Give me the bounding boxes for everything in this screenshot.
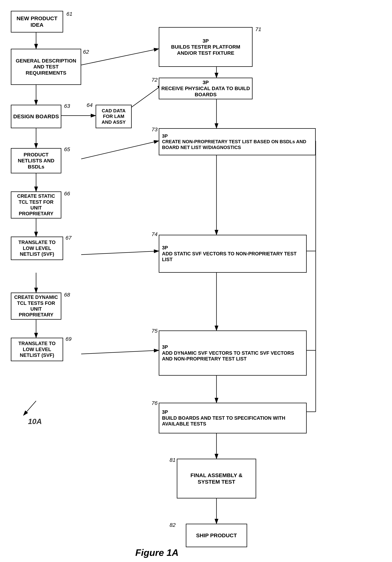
box-design-boards: DESIGN BOARDS <box>11 105 61 128</box>
ref-69: 69 <box>66 336 71 342</box>
box-create-dynamic: CREATE DYNAMIC TCL TESTS FOR UNIT PROPRI… <box>11 293 61 320</box>
svg-line-5 <box>130 85 162 108</box>
ref-62: 62 <box>83 49 89 55</box>
box-translate-low2: TRANSLATE TO LOW LEVEL NETLIST (SVF) <box>11 338 63 361</box>
ref-61: 61 <box>66 11 72 17</box>
box-builds-tester: 3P BUILDS TESTER PLATFORM AND/OR TEST FI… <box>159 27 253 67</box>
box-translate-low1: TRANSLATE TO LOW LEVEL NETLIST (SVF) <box>11 237 63 260</box>
ref-64: 64 <box>87 102 92 108</box>
box-receive-physical: 3P RECEIVE PHYSICAL DATA TO BUILD BOARDS <box>159 78 253 99</box>
ref-82: 82 <box>169 522 176 528</box>
svg-line-13 <box>81 350 159 354</box>
box-general-desc: GENERAL DESCRIPTION AND TEST REQUIREMENT… <box>11 49 81 85</box>
box-new-product: NEW PRODUCT IDEA <box>11 11 63 33</box>
ref-63: 63 <box>64 103 70 109</box>
box-product-netlists: PRODUCT NETLISTS AND BSDLs <box>11 148 61 173</box>
ref-68: 68 <box>64 292 70 298</box>
ref-66: 66 <box>64 190 70 197</box>
ref-76: 76 <box>152 400 157 406</box>
svg-line-3 <box>81 49 159 65</box>
box-build-boards: 3P BUILD BOARDS AND TEST TO SPECIFICATIO… <box>159 403 307 433</box>
ref-75: 75 <box>152 328 157 334</box>
ref-65: 65 <box>64 146 70 152</box>
box-create-static: CREATE STATIC TCL TEST FOR UNIT PROPRIET… <box>11 191 61 219</box>
ref-67: 67 <box>66 235 71 241</box>
box-ship-product: SHIP PRODUCT <box>186 524 247 547</box>
svg-line-10 <box>81 251 159 255</box>
ref-74: 74 <box>152 231 157 237</box>
box-create-nonprop: 3P CREATE NON-PROPRIETARY TEST LIST BASE… <box>159 128 316 155</box>
svg-line-7 <box>81 141 159 159</box>
ref-81: 81 <box>169 457 176 463</box>
diagram-container: NEW PRODUCT IDEA 61 GENERAL DESCRIPTION … <box>0 0 392 562</box>
box-add-dynamic: 3P ADD DYNAMIC SVF VECTORS TO STATIC SVF… <box>159 330 307 376</box>
ref-71: 71 <box>255 26 261 32</box>
svg-line-25 <box>23 401 36 415</box>
ref-72: 72 <box>152 77 157 83</box>
figure-label: Figure 1A <box>135 547 179 558</box>
box-cad-data: CAD DATA FOR LAM AND ASSY <box>96 105 132 128</box>
ref-73: 73 <box>152 126 157 133</box>
watermark-10a: 10A <box>28 417 42 426</box>
box-final-assembly: FINAL ASSEMBLY & SYSTEM TEST <box>177 459 256 498</box>
box-add-static: 3P ADD STATIC SVF VECTORS TO NON-PROPRIE… <box>159 235 307 273</box>
